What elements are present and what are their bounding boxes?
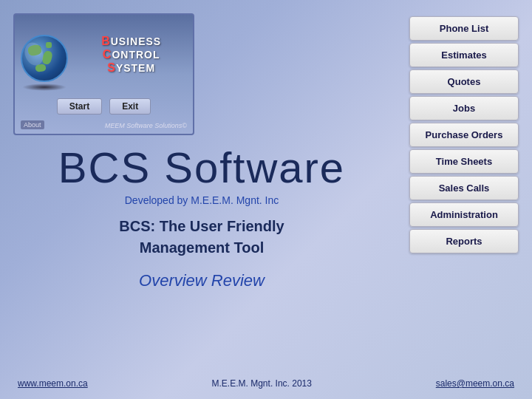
globe-icon — [21, 35, 68, 82]
nav-btn-time-sheets[interactable]: Time Sheets — [409, 149, 519, 174]
nav-btn-reports[interactable]: Reports — [409, 229, 519, 253]
nav-panel: Phone ListEstimatesQuotesJobsPurchase Or… — [409, 16, 519, 253]
exit-button[interactable]: Exit — [109, 98, 151, 115]
overview-review: Overview Review — [13, 271, 390, 290]
main-content: BCS Software Developed by M.E.E.M. Mgnt.… — [13, 144, 390, 290]
nav-btn-jobs[interactable]: Jobs — [409, 96, 519, 120]
nav-btn-administration[interactable]: Administration — [409, 202, 519, 227]
nav-btn-estimates[interactable]: Estimates — [409, 43, 519, 67]
tagline-line1: BCS: The User Friendly — [13, 218, 390, 235]
footer-email[interactable]: sales@meem.on.ca — [436, 378, 514, 389]
nav-btn-purchase-orders[interactable]: Purchase Orders — [409, 123, 519, 147]
about-label: About — [21, 120, 44, 129]
globe-base — [22, 83, 66, 91]
footer-website[interactable]: www.meem.on.ca — [18, 378, 88, 389]
meem-software-label: MEEM Software Solutions© — [105, 122, 187, 129]
nav-btn-phone-list[interactable]: Phone List — [409, 16, 519, 41]
logo-panel: BUSINESS CONTROL SYSTEM Start Exit About… — [13, 13, 194, 135]
logo-title: BUSINESS CONTROL SYSTEM — [75, 35, 187, 75]
logo-line1: BUSINESS CONTROL — [75, 35, 187, 61]
globe-container — [21, 35, 69, 88]
logo-top: BUSINESS CONTROL SYSTEM — [21, 35, 187, 88]
logo-line2: SYSTEM — [75, 61, 187, 75]
nav-btn-sales-calls[interactable]: Sales Calls — [409, 176, 519, 200]
bcs-title: BCS Software — [13, 144, 390, 191]
start-button[interactable]: Start — [57, 98, 102, 115]
footer-copyright: M.E.E.M. Mgnt. Inc. 2013 — [212, 378, 312, 389]
logo-buttons: Start Exit — [57, 98, 151, 115]
tagline-line2: Management Tool — [13, 239, 390, 256]
footer: www.meem.on.ca M.E.E.M. Mgnt. Inc. 2013 … — [0, 378, 532, 389]
nav-btn-quotes[interactable]: Quotes — [409, 69, 519, 94]
developed-by: Developed by M.E.E.M. Mgnt. Inc — [13, 194, 390, 206]
